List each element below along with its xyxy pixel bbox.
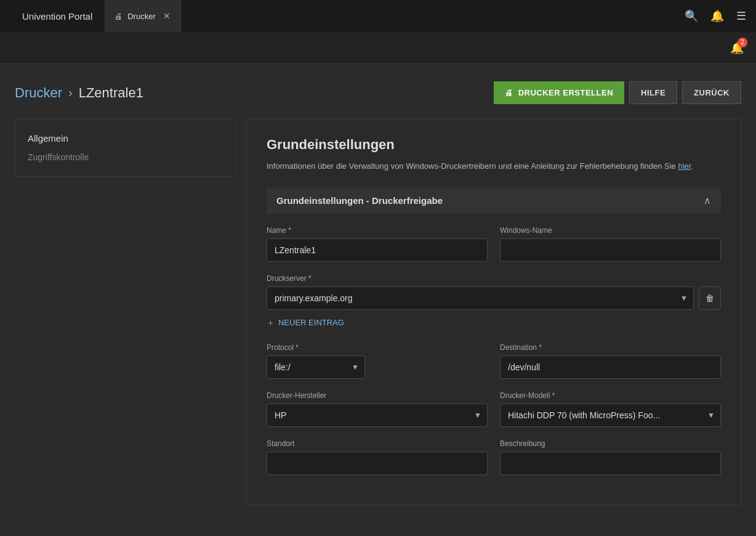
notification-button[interactable]: 🔔 2 bbox=[730, 41, 744, 55]
tab-label: Drucker bbox=[127, 12, 156, 21]
secondary-nav: 🔔 2 bbox=[0, 32, 756, 64]
destination-label: Destination * bbox=[500, 343, 721, 352]
beschreibung-label: Beschreibung bbox=[500, 439, 721, 448]
destination-group: Destination * bbox=[500, 343, 721, 379]
protocol-group: Protocol * file:/ ▼ bbox=[267, 343, 488, 379]
beschreibung-group: Beschreibung bbox=[500, 439, 721, 475]
sidebar-panel: Allgemein Zugriffskontrolle bbox=[15, 119, 236, 177]
sidebar-item-allgemein[interactable]: Allgemein bbox=[28, 129, 223, 148]
tab-close-icon[interactable]: ✕ bbox=[163, 11, 171, 21]
section-header[interactable]: Grundeinstellungen - Druckerfreigabe ∧ bbox=[267, 187, 721, 214]
windows-name-label: Windows-Name bbox=[500, 226, 721, 235]
search-icon[interactable]: 🔍 bbox=[685, 9, 698, 23]
nav-right: 🔍 🔔 ☰ bbox=[685, 9, 746, 23]
sidebar-item-label-allgemein: Allgemein bbox=[28, 133, 68, 144]
bell-icon[interactable]: 🔔 bbox=[710, 9, 724, 23]
add-entry-label: NEUER EINTRAG bbox=[278, 318, 344, 327]
form-desc-link[interactable]: hier bbox=[678, 161, 691, 171]
protocol-select[interactable]: file:/ bbox=[267, 355, 365, 379]
content-area: Drucker › LZentrale1 🖨 DRUCKER ERSTELLEN… bbox=[0, 64, 756, 520]
druckserver-select[interactable]: primary.example.org bbox=[267, 286, 694, 310]
form-desc-text-2: . bbox=[691, 161, 693, 171]
standort-input[interactable] bbox=[267, 452, 488, 475]
protocol-select-wrapper: file:/ ▼ bbox=[267, 355, 365, 379]
trash-icon: 🗑 bbox=[706, 293, 714, 303]
name-label: Name * bbox=[267, 226, 488, 235]
protocol-destination-row: Protocol * file:/ ▼ Destination * bbox=[267, 343, 721, 379]
section-collapse-icon: ∧ bbox=[704, 195, 711, 206]
protocol-label: Protocol * bbox=[267, 343, 488, 352]
section-title: Grundeinstellungen - Druckerfreigabe bbox=[276, 195, 443, 206]
druckserver-group: Druckserver * primary.example.org ▼ 🗑 ＋ … bbox=[267, 274, 721, 331]
app-title: Univention Portal bbox=[10, 11, 105, 22]
modell-select-wrapper: Hitachi DDP 70 (with MicroPress) Foo... … bbox=[500, 404, 721, 427]
sidebar-item-zugriffskontrolle[interactable]: Zugriffskontrolle bbox=[28, 148, 223, 166]
hersteller-modell-row: Drucker-Hersteller HP ▼ Drucker-Modell *… bbox=[267, 391, 721, 427]
name-group: Name * bbox=[267, 226, 488, 262]
create-printer-button[interactable]: 🖨 DRUCKER ERSTELLEN bbox=[494, 81, 624, 104]
windows-name-group: Windows-Name bbox=[500, 226, 721, 262]
standort-label: Standort bbox=[267, 439, 488, 448]
hersteller-select-wrapper: HP ▼ bbox=[267, 404, 488, 427]
create-label: DRUCKER ERSTELLEN bbox=[518, 88, 613, 97]
plus-icon: ＋ bbox=[267, 317, 275, 328]
modell-select[interactable]: Hitachi DDP 70 (with MicroPress) Foo... bbox=[500, 404, 721, 427]
hersteller-group: Drucker-Hersteller HP ▼ bbox=[267, 391, 488, 427]
form-desc-text-1: Informationen über die Verwaltung von Wi… bbox=[267, 161, 678, 171]
breadcrumb-current: LZentrale1 bbox=[79, 85, 143, 101]
notification-badge: 2 bbox=[738, 38, 747, 47]
breadcrumb: Drucker › LZentrale1 bbox=[15, 85, 143, 101]
top-nav: Univention Portal 🖨 Drucker ✕ 🔍 🔔 ☰ bbox=[0, 0, 756, 32]
breadcrumb-parent[interactable]: Drucker bbox=[15, 85, 62, 101]
header-actions: 🖨 DRUCKER ERSTELLEN HILFE ZURÜCK bbox=[494, 81, 741, 104]
tab-bar: 🖨 Drucker ✕ bbox=[105, 0, 181, 32]
form-title: Grundeinstellungen bbox=[267, 137, 721, 153]
windows-name-input[interactable] bbox=[500, 238, 721, 262]
druckserver-delete-button[interactable]: 🗑 bbox=[699, 286, 721, 310]
main-layout: Allgemein Zugriffskontrolle Grundeinstel… bbox=[15, 119, 741, 505]
hersteller-label: Drucker-Hersteller bbox=[267, 391, 488, 400]
breadcrumb-separator: › bbox=[68, 86, 73, 100]
drucker-tab[interactable]: 🖨 Drucker ✕ bbox=[105, 0, 181, 32]
standort-beschreibung-row: Standort Beschreibung bbox=[267, 439, 721, 475]
page-header: Drucker › LZentrale1 🖨 DRUCKER ERSTELLEN… bbox=[15, 81, 741, 104]
name-input[interactable] bbox=[267, 238, 488, 262]
hersteller-select[interactable]: HP bbox=[267, 404, 488, 427]
printer-create-icon: 🖨 bbox=[505, 88, 513, 97]
druckserver-label: Druckserver * bbox=[267, 274, 721, 283]
menu-icon[interactable]: ☰ bbox=[736, 9, 746, 23]
form-area: Grundeinstellungen Informationen über di… bbox=[246, 119, 741, 505]
sidebar-item-label-zugriffskontrolle: Zugriffskontrolle bbox=[28, 152, 89, 162]
sidebar: Allgemein Zugriffskontrolle bbox=[15, 119, 236, 505]
add-entry-button[interactable]: ＋ NEUER EINTRAG bbox=[267, 315, 344, 331]
help-button[interactable]: HILFE bbox=[629, 81, 677, 104]
destination-input[interactable] bbox=[500, 355, 721, 379]
druckserver-select-wrapper: primary.example.org ▼ bbox=[267, 286, 694, 310]
modell-group: Drucker-Modell * Hitachi DDP 70 (with Mi… bbox=[500, 391, 721, 427]
printer-icon: 🖨 bbox=[115, 12, 123, 21]
name-row: Name * Windows-Name bbox=[267, 226, 721, 262]
nav-left: Univention Portal 🖨 Drucker ✕ bbox=[10, 0, 181, 32]
beschreibung-input[interactable] bbox=[500, 452, 721, 475]
modell-label: Drucker-Modell * bbox=[500, 391, 721, 400]
back-button[interactable]: ZURÜCK bbox=[682, 81, 741, 104]
standort-group: Standort bbox=[267, 439, 488, 475]
form-description: Informationen über die Verwaltung von Wi… bbox=[267, 160, 721, 173]
druckserver-row: primary.example.org ▼ 🗑 bbox=[267, 286, 721, 310]
